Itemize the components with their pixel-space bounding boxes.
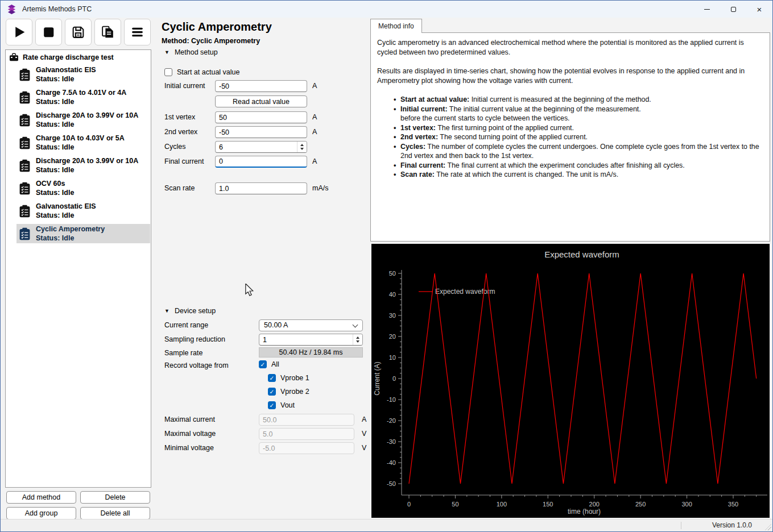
save-button[interactable] [65,19,92,45]
statusbar: Version 1.0.0 [1,519,772,531]
voltage-option-row: Vprobe 2 [268,387,309,396]
tree-item-status: Status: Idle [36,74,96,84]
main-area: Rate charge discharge test Galvanostatic… [1,18,772,519]
cycles-input[interactable] [215,141,307,153]
tree-group[interactable]: Rate charge discharge test [6,50,151,61]
chevron-down-icon[interactable] [300,148,304,150]
tab-method-info[interactable]: Method info [370,19,422,33]
tree-item[interactable]: Galvanostatic EIS Status: Idle [16,65,150,84]
second-vertex-unit: A [312,128,317,136]
sampling-reduction-input[interactable] [259,334,363,346]
maximize-icon [731,7,736,12]
tree-item[interactable]: Charge 10A to 4.03V or 5A Status: Idle [16,133,150,152]
expected-waveform-chart-panel: Expected waveform050100150200250300350-5… [371,244,770,518]
resize-grip[interactable] [765,524,771,530]
app-logo-icon [6,4,17,15]
method-setup-header[interactable]: ▼ Method setup [164,48,218,56]
cycles-spinner[interactable] [297,142,307,152]
tree-item-label: Galvanostatic EIS [36,202,96,211]
maximal-voltage-unit: V [362,430,366,438]
tree-item-status: Status: Idle [36,211,96,220]
voltage-option-label: Vprobe 1 [280,374,309,382]
voltage-option-checkbox[interactable] [268,388,276,396]
play-icon [11,24,27,40]
close-button[interactable]: × [746,1,772,18]
method-checklist-icon [19,159,31,172]
tree-item[interactable]: OCV 60s Status: Idle [16,178,150,198]
read-actual-value-button[interactable]: Read actual value [215,95,307,107]
second-vertex-input[interactable] [215,126,307,138]
delete-button[interactable]: Delete [80,491,150,504]
bullet-desc: The number of complete cycles the curren… [400,143,759,160]
tree-item-status: Status: Idle [36,234,105,243]
voltage-option-checkbox[interactable] [259,360,267,368]
method-checklist-icon [19,114,31,127]
method-tree-panel: Rate charge discharge test Galvanostatic… [5,49,151,488]
method-checklist-icon [19,182,31,195]
scan-rate-input[interactable] [215,182,307,194]
copy-button[interactable] [94,19,121,45]
first-vertex-input[interactable] [215,111,307,123]
record-voltage-label: Record voltage from [164,361,229,369]
svg-text:-30: -30 [387,438,396,445]
svg-text:0: 0 [407,501,411,508]
menu-icon [130,24,145,40]
bullet-term: Scan rate: [400,171,435,178]
first-vertex-label: 1st vertex [164,113,195,121]
current-range-select[interactable]: 50.00 A [259,319,363,331]
tree-item[interactable]: Charge 7.5A to 4.01V or 4A Status: Idle [16,88,150,107]
menu-button[interactable] [124,19,151,45]
svg-text:150: 150 [543,501,553,508]
minimize-button[interactable] [694,1,720,18]
app-window: Artemis Methods PTC × [0,0,773,532]
tree-item-label: Cyclic Amperometry [36,225,105,234]
scan-rate-unit: mA/s [312,184,328,192]
toolbar [6,19,151,45]
sample-rate-label: Sample rate [164,349,202,357]
initial-current-unit: A [312,82,317,90]
tree-item[interactable]: Cyclic Amperometry Status: Idle [16,224,150,243]
bullet-desc: Initial current is measured at the begin… [472,95,651,103]
mouse-cursor [245,284,254,297]
maximal-voltage-label: Maximal voltage [164,430,216,438]
chevron-up-icon[interactable] [300,144,304,146]
info-bullet: 2nd vertex: The second turning point of … [392,132,763,142]
voltage-option-checkbox[interactable] [268,374,276,382]
add-method-button[interactable]: Add method [6,491,76,504]
sampling-reduction-label: Sampling reduction [164,335,225,343]
chevron-down-icon[interactable] [356,340,359,343]
minimize-icon [704,9,710,10]
voltage-option-checkbox[interactable] [268,401,276,409]
tree-item-label: Charge 10A to 4.03V or 5A [36,134,125,143]
delete-all-button[interactable]: Delete all [80,507,150,519]
method-checklist-icon [19,205,31,218]
tree-item-status: Status: Idle [36,143,125,152]
tree-item[interactable]: Galvanostatic EIS Status: Idle [16,201,150,221]
svg-text:200: 200 [589,501,600,508]
final-current-input[interactable] [215,156,307,168]
start-at-actual-checkbox[interactable] [164,68,172,76]
add-group-button[interactable]: Add group [6,507,76,519]
stop-button[interactable] [35,19,62,45]
minimal-voltage-unit: V [362,444,366,452]
second-vertex-label: 2nd vertex [164,128,197,136]
save-icon [71,24,86,40]
maximize-button[interactable] [720,1,746,18]
device-setup-header[interactable]: ▼ Device setup [164,307,216,315]
tree-item[interactable]: Discharge 20A to 3.99V or 10A Status: Id… [16,110,150,130]
chevron-up-icon[interactable] [356,336,359,339]
sampling-reduction-spinner[interactable] [353,334,362,345]
sample-rate-value: 50.40 Hz / 19.84 ms [259,347,363,358]
method-info-panel: Cyclic amperometry is an advanced electr… [370,32,770,242]
voltage-option-label: All [271,360,279,368]
cycles-label: Cycles [164,143,186,151]
tree-item-label: Charge 7.5A to 4.01V or 4A [36,88,126,97]
maximal-voltage-input [259,428,354,440]
voltage-option-label: Vout [280,401,295,409]
tree-item[interactable]: Discharge 20A to 3.99V or 10A Status: Id… [16,156,150,175]
tree-item-label: OCV 60s [36,179,74,188]
bullet-desc: The rate at which the current is changed… [436,171,618,178]
initial-current-input[interactable] [215,80,307,92]
svg-text:-20: -20 [387,417,396,424]
play-button[interactable] [6,19,32,45]
